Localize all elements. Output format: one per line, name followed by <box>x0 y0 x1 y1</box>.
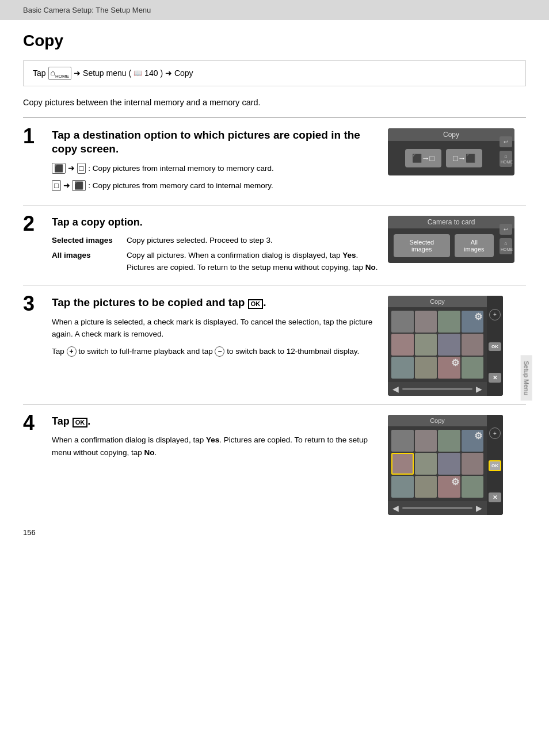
right-arrow-icon: ▶ <box>476 384 482 394</box>
thumb-4-1 <box>391 430 414 452</box>
thumbnail-grid-4: ⚙ ⚙ <box>388 426 487 501</box>
copy-grid-title-4: Copy <box>388 415 487 426</box>
selected-images-term: Selected images <box>52 235 121 246</box>
scroll-slider-3 <box>402 388 472 390</box>
scroll-slider-4 <box>402 507 472 509</box>
thumb-4-5 <box>391 453 414 475</box>
thumb-9 <box>391 357 414 379</box>
page-title: Copy <box>23 32 526 50</box>
page-number: 156 <box>23 528 36 537</box>
intro-paragraph: Copy pictures between the internal memor… <box>23 98 526 107</box>
copy-screen-title: Copy <box>388 128 514 141</box>
step-2-body: Tap a copy option. Selected images Copy … <box>52 216 388 277</box>
copy-screen-side-btns: ↩ ⌂HOME <box>497 128 514 175</box>
thumb-4-9 <box>391 476 414 498</box>
thumb-12 <box>462 357 484 379</box>
nav-setup-text: Setup menu ( <box>83 68 131 78</box>
internal-memory-icon-2: ⬛ <box>72 180 86 191</box>
header-breadcrumb: Basic Camera Setup: The Setup Menu <box>0 0 549 20</box>
side-btns-3: + OK ✕ <box>487 296 503 396</box>
zoom-in-icon: + <box>67 346 77 357</box>
home-icon: ⌂HOME <box>48 67 71 80</box>
back-btn-1: ↩ <box>500 136 512 147</box>
ok-icon-inline-4: OK <box>73 418 88 427</box>
step-4-section: 4 Tap OK. When a confirmation dialog is … <box>23 404 526 523</box>
nav-book-icon: 📖 <box>134 69 142 77</box>
nav-arrow-1: ➜ <box>74 68 81 78</box>
step-1-screen: Copy ⬛→□ □→⬛ ↩ ⌂HOME <box>388 128 526 175</box>
thumb-4-12 <box>462 476 484 498</box>
ok-side-btn-3: OK <box>489 342 501 351</box>
step-3-screen: Copy + ⚙ <box>388 296 526 396</box>
all-images-term: All images <box>52 250 121 273</box>
nav-end-text: ) ➜ Copy <box>160 68 193 78</box>
sidebar-label: Setup Menu <box>520 355 532 400</box>
ok-side-btn-4: OK <box>489 460 501 471</box>
copy-grid-screen-3: Copy + ⚙ <box>388 296 503 396</box>
ok-icon-inline-3: OK <box>248 299 264 309</box>
card-icon-2: □ <box>52 180 61 191</box>
step-4-para1: When a confirmation dialog is displayed,… <box>52 434 379 459</box>
all-images-desc: Copy all pictures. When a confirmation d… <box>127 250 379 273</box>
step-1-bullet-1: ⬛ ➜ □ : Copy pictures from internal memo… <box>52 162 379 175</box>
step-2-number: 2 <box>23 213 52 234</box>
thumb-10 <box>415 357 437 379</box>
step-2-definitions: Selected images Copy pictures selected. … <box>52 235 379 273</box>
step-1-section: 1 Tap a destination option to which pict… <box>23 117 526 205</box>
thumb-4-8 <box>462 453 484 475</box>
step-3-para2: Tap + to switch to full-frame playback a… <box>52 345 379 358</box>
thumb-7 <box>438 334 460 356</box>
camera-to-card-side-btns: ↩ ⌂HOME <box>497 216 514 263</box>
step-1-title: Tap a destination option to which pictur… <box>52 128 379 156</box>
side-btns-4: + OK ✕ <box>487 415 503 515</box>
step-4-body: Tap OK. When a confirmation dialog is di… <box>52 415 388 464</box>
right-arrow-icon-4: ▶ <box>476 503 482 513</box>
thumbnail-grid-3: ⚙ ⚙ <box>388 307 487 382</box>
internal-memory-icon: ⬛ <box>52 163 66 174</box>
thumb-nav-3: ◀ ▶ <box>388 382 487 396</box>
step-4-title: Tap OK. <box>52 415 379 428</box>
camera-to-card-body: Selected images All images <box>388 228 514 263</box>
thumb-4-4: ⚙ <box>462 430 484 452</box>
thumb-2 <box>415 311 437 333</box>
step-1-number: 1 <box>23 126 52 147</box>
all-images-btn: All images <box>455 234 494 257</box>
internal-to-card-btn: ⬛→□ <box>405 149 441 167</box>
camera-to-card-screen: Camera to card Selected images All image… <box>388 216 514 263</box>
step-2-section: 2 Tap a copy option. Selected images Cop… <box>23 205 526 285</box>
step-3-number: 3 <box>23 293 52 314</box>
thumb-4-10 <box>415 476 437 498</box>
home-btn-1: ⌂HOME <box>500 151 512 167</box>
step-4-screen: Copy + ⚙ <box>388 415 526 515</box>
left-arrow-icon-4: ◀ <box>392 503 399 513</box>
thumb-5 <box>391 334 414 356</box>
thumb-11: ⚙ <box>438 357 460 379</box>
thumb-nav-4: ◀ ▶ <box>388 501 487 515</box>
copy-screen-body: ⬛→□ □→⬛ <box>388 141 514 175</box>
def-selected-images: Selected images Copy pictures selected. … <box>52 235 379 246</box>
card-to-internal-btn: □→⬛ <box>446 149 482 167</box>
thumb-4-6 <box>415 453 437 475</box>
copy-screen-1: Copy ⬛→□ □→⬛ ↩ ⌂HOME <box>388 128 514 175</box>
step-2-screen: Camera to card Selected images All image… <box>388 216 526 263</box>
home-btn-2: ⌂HOME <box>500 238 512 254</box>
nav-page-ref: 140 <box>144 68 158 78</box>
def-all-images: All images Copy all pictures. When a con… <box>52 250 379 273</box>
thumb-4-11: ⚙ <box>438 476 460 498</box>
step-2-title: Tap a copy option. <box>52 216 379 229</box>
left-arrow-icon: ◀ <box>392 384 399 394</box>
magnify-btn-4: + <box>489 427 501 439</box>
selected-images-desc: Copy pictures selected. Proceed to step … <box>127 235 379 246</box>
thumb-4-2 <box>415 430 437 452</box>
step-3-title: Tap the pictures to be copied and tap OK… <box>52 296 379 310</box>
step-1-body: Tap a destination option to which pictur… <box>52 128 388 197</box>
step-3-section: 3 Tap the pictures to be copied and tap … <box>23 285 526 404</box>
thumb-6 <box>415 334 437 356</box>
x-side-btn-3: ✕ <box>489 373 501 383</box>
nav-box: Tap ⌂HOME ➜ Setup menu ( 📖 140 ) ➜ Copy <box>23 60 526 86</box>
x-side-btn-4: ✕ <box>489 492 501 502</box>
card-icon: □ <box>77 163 86 174</box>
back-btn-2: ↩ <box>500 224 512 235</box>
thumb-4: ⚙ <box>462 311 484 333</box>
thumb-1 <box>391 311 414 333</box>
